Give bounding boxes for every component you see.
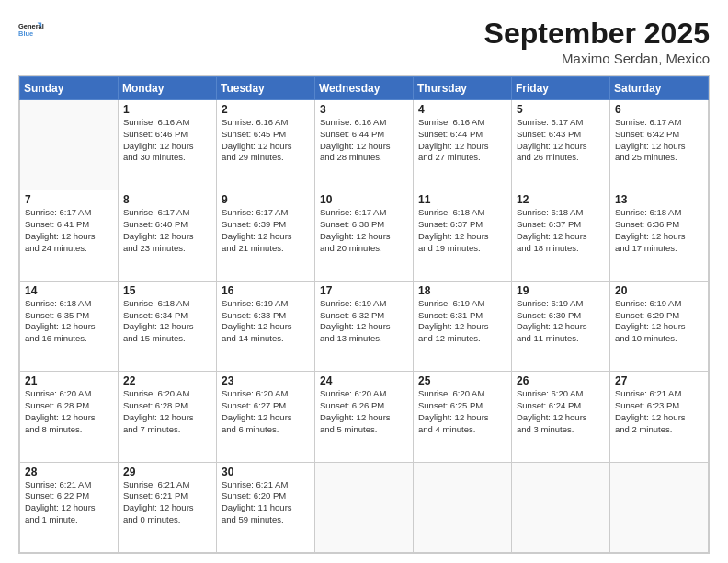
logo: GeneralBlue <box>18 17 44 42</box>
calendar-cell <box>512 462 610 552</box>
calendar-cell: 1Sunrise: 6:16 AM Sunset: 6:46 PM Daylig… <box>119 100 217 190</box>
day-info: Sunrise: 6:20 AM Sunset: 6:27 PM Dayligh… <box>222 388 310 435</box>
day-header: Sunday <box>20 77 119 100</box>
day-number: 26 <box>517 374 605 387</box>
day-number: 30 <box>222 465 310 478</box>
calendar-cell <box>610 462 709 552</box>
day-info: Sunrise: 6:16 AM Sunset: 6:44 PM Dayligh… <box>418 117 506 164</box>
calendar-cell: 30Sunrise: 6:21 AM Sunset: 6:20 PM Dayli… <box>217 462 315 552</box>
day-number: 24 <box>320 374 408 387</box>
calendar-cell: 15Sunrise: 6:18 AM Sunset: 6:34 PM Dayli… <box>119 281 217 371</box>
day-info: Sunrise: 6:17 AM Sunset: 6:42 PM Dayligh… <box>615 117 703 164</box>
calendar-row: 21Sunrise: 6:20 AM Sunset: 6:28 PM Dayli… <box>20 372 709 462</box>
day-number: 4 <box>418 103 506 116</box>
day-number: 18 <box>418 284 506 297</box>
day-number: 14 <box>25 284 113 297</box>
calendar-cell: 6Sunrise: 6:17 AM Sunset: 6:42 PM Daylig… <box>610 100 709 190</box>
day-number: 13 <box>615 193 703 206</box>
day-info: Sunrise: 6:20 AM Sunset: 6:24 PM Dayligh… <box>517 388 605 435</box>
location: Maximo Serdan, Mexico <box>484 51 710 66</box>
day-info: Sunrise: 6:16 AM Sunset: 6:45 PM Dayligh… <box>222 117 310 164</box>
day-number: 12 <box>517 193 605 206</box>
day-info: Sunrise: 6:18 AM Sunset: 6:34 PM Dayligh… <box>123 298 211 345</box>
day-header: Thursday <box>414 77 512 100</box>
day-info: Sunrise: 6:19 AM Sunset: 6:33 PM Dayligh… <box>222 298 310 345</box>
day-info: Sunrise: 6:18 AM Sunset: 6:37 PM Dayligh… <box>517 207 605 254</box>
day-info: Sunrise: 6:18 AM Sunset: 6:36 PM Dayligh… <box>615 207 703 254</box>
day-info: Sunrise: 6:16 AM Sunset: 6:44 PM Dayligh… <box>320 117 408 164</box>
day-info: Sunrise: 6:21 AM Sunset: 6:21 PM Dayligh… <box>123 479 211 526</box>
day-number: 2 <box>222 103 310 116</box>
header: GeneralBlue September 2025 Maximo Serdan… <box>18 17 710 66</box>
page: GeneralBlue September 2025 Maximo Serdan… <box>0 0 728 563</box>
calendar-body: 1Sunrise: 6:16 AM Sunset: 6:46 PM Daylig… <box>20 100 709 553</box>
day-info: Sunrise: 6:21 AM Sunset: 6:22 PM Dayligh… <box>25 479 113 526</box>
day-number: 29 <box>123 465 211 478</box>
day-info: Sunrise: 6:17 AM Sunset: 6:40 PM Dayligh… <box>123 207 211 254</box>
day-header: Friday <box>512 77 610 100</box>
day-number: 3 <box>320 103 408 116</box>
logo-icon: GeneralBlue <box>18 17 44 42</box>
day-number: 10 <box>320 193 408 206</box>
calendar-cell: 18Sunrise: 6:19 AM Sunset: 6:31 PM Dayli… <box>414 281 512 371</box>
day-info: Sunrise: 6:19 AM Sunset: 6:31 PM Dayligh… <box>418 298 506 345</box>
day-header: Wednesday <box>315 77 414 100</box>
calendar-cell: 14Sunrise: 6:18 AM Sunset: 6:35 PM Dayli… <box>20 281 119 371</box>
day-info: Sunrise: 6:16 AM Sunset: 6:46 PM Dayligh… <box>123 117 211 164</box>
calendar-cell: 12Sunrise: 6:18 AM Sunset: 6:37 PM Dayli… <box>512 190 610 281</box>
day-number: 27 <box>615 374 703 387</box>
day-info: Sunrise: 6:19 AM Sunset: 6:29 PM Dayligh… <box>615 298 703 345</box>
calendar-cell: 13Sunrise: 6:18 AM Sunset: 6:36 PM Dayli… <box>610 190 709 281</box>
day-number: 22 <box>123 374 211 387</box>
calendar-cell <box>315 462 414 552</box>
calendar-row: 1Sunrise: 6:16 AM Sunset: 6:46 PM Daylig… <box>20 100 709 190</box>
day-header: Monday <box>119 77 217 100</box>
calendar-cell: 23Sunrise: 6:20 AM Sunset: 6:27 PM Dayli… <box>217 372 315 462</box>
calendar-cell: 26Sunrise: 6:20 AM Sunset: 6:24 PM Dayli… <box>512 372 610 462</box>
calendar-cell: 20Sunrise: 6:19 AM Sunset: 6:29 PM Dayli… <box>610 281 709 371</box>
day-info: Sunrise: 6:20 AM Sunset: 6:26 PM Dayligh… <box>320 388 408 435</box>
day-info: Sunrise: 6:18 AM Sunset: 6:37 PM Dayligh… <box>418 207 506 254</box>
calendar-cell: 24Sunrise: 6:20 AM Sunset: 6:26 PM Dayli… <box>315 372 414 462</box>
day-number: 8 <box>123 193 211 206</box>
day-info: Sunrise: 6:19 AM Sunset: 6:30 PM Dayligh… <box>517 298 605 345</box>
day-number: 7 <box>25 193 113 206</box>
calendar-cell: 22Sunrise: 6:20 AM Sunset: 6:28 PM Dayli… <box>119 372 217 462</box>
calendar-cell: 9Sunrise: 6:17 AM Sunset: 6:39 PM Daylig… <box>217 190 315 281</box>
calendar-cell: 4Sunrise: 6:16 AM Sunset: 6:44 PM Daylig… <box>414 100 512 190</box>
calendar-row: 14Sunrise: 6:18 AM Sunset: 6:35 PM Dayli… <box>20 281 709 371</box>
calendar-cell: 3Sunrise: 6:16 AM Sunset: 6:44 PM Daylig… <box>315 100 414 190</box>
calendar-cell: 27Sunrise: 6:21 AM Sunset: 6:23 PM Dayli… <box>610 372 709 462</box>
day-number: 25 <box>418 374 506 387</box>
day-number: 15 <box>123 284 211 297</box>
calendar: SundayMondayTuesdayWednesdayThursdayFrid… <box>18 75 710 554</box>
calendar-cell <box>414 462 512 552</box>
day-number: 9 <box>222 193 310 206</box>
calendar-cell: 16Sunrise: 6:19 AM Sunset: 6:33 PM Dayli… <box>217 281 315 371</box>
day-number: 1 <box>123 103 211 116</box>
day-number: 21 <box>25 374 113 387</box>
day-info: Sunrise: 6:21 AM Sunset: 6:23 PM Dayligh… <box>615 388 703 435</box>
calendar-row: 7Sunrise: 6:17 AM Sunset: 6:41 PM Daylig… <box>20 190 709 281</box>
day-number: 20 <box>615 284 703 297</box>
day-info: Sunrise: 6:17 AM Sunset: 6:39 PM Dayligh… <box>222 207 310 254</box>
calendar-cell: 28Sunrise: 6:21 AM Sunset: 6:22 PM Dayli… <box>20 462 119 552</box>
day-info: Sunrise: 6:18 AM Sunset: 6:35 PM Dayligh… <box>25 298 113 345</box>
day-number: 28 <box>25 465 113 478</box>
calendar-row: 28Sunrise: 6:21 AM Sunset: 6:22 PM Dayli… <box>20 462 709 552</box>
day-number: 11 <box>418 193 506 206</box>
calendar-cell: 25Sunrise: 6:20 AM Sunset: 6:25 PM Dayli… <box>414 372 512 462</box>
day-info: Sunrise: 6:17 AM Sunset: 6:43 PM Dayligh… <box>517 117 605 164</box>
days-header: SundayMondayTuesdayWednesdayThursdayFrid… <box>20 77 709 100</box>
day-number: 19 <box>517 284 605 297</box>
calendar-cell: 10Sunrise: 6:17 AM Sunset: 6:38 PM Dayli… <box>315 190 414 281</box>
calendar-cell: 7Sunrise: 6:17 AM Sunset: 6:41 PM Daylig… <box>20 190 119 281</box>
svg-text:Blue: Blue <box>18 29 33 38</box>
calendar-cell: 17Sunrise: 6:19 AM Sunset: 6:32 PM Dayli… <box>315 281 414 371</box>
day-number: 16 <box>222 284 310 297</box>
calendar-cell: 11Sunrise: 6:18 AM Sunset: 6:37 PM Dayli… <box>414 190 512 281</box>
day-info: Sunrise: 6:20 AM Sunset: 6:25 PM Dayligh… <box>418 388 506 435</box>
calendar-cell: 8Sunrise: 6:17 AM Sunset: 6:40 PM Daylig… <box>119 190 217 281</box>
day-number: 6 <box>615 103 703 116</box>
day-number: 23 <box>222 374 310 387</box>
